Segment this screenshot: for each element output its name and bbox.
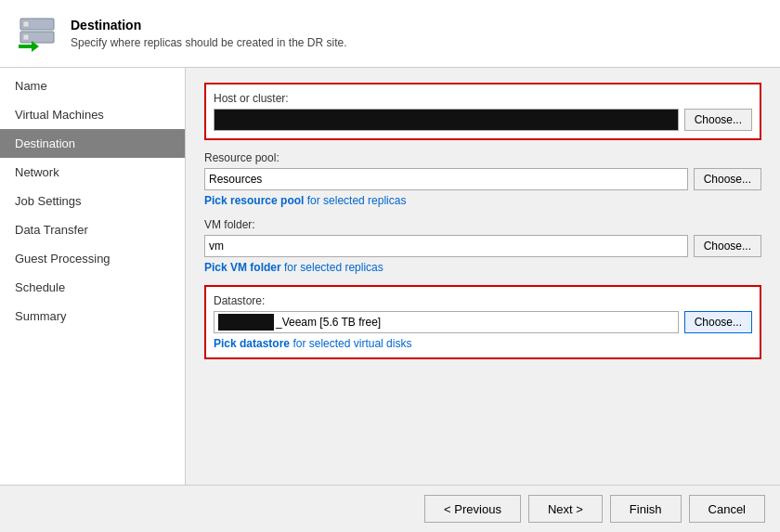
- main-content: Host or cluster: Choose... Resource pool…: [186, 68, 780, 485]
- sidebar-item-virtual-machines[interactable]: Virtual Machines: [0, 100, 185, 129]
- sidebar-item-data-transfer[interactable]: Data Transfer: [0, 215, 185, 244]
- footer: < Previous Next > Finish Cancel: [0, 485, 780, 532]
- host-input-row: Choose...: [214, 109, 752, 131]
- host-choose-button[interactable]: Choose...: [684, 109, 752, 131]
- sidebar-item-destination[interactable]: Destination: [0, 129, 185, 158]
- header-title: Destination: [71, 18, 347, 32]
- host-section-bordered: Host or cluster: Choose...: [204, 83, 761, 140]
- svg-rect-3: [23, 34, 29, 40]
- resource-pool-input[interactable]: [204, 168, 688, 190]
- datastore-input-row: _Veeam [5.6 TB free] Choose...: [214, 311, 752, 333]
- content-area: Name Virtual Machines Destination Networ…: [0, 68, 780, 485]
- vm-folder-input[interactable]: [204, 235, 688, 257]
- destination-icon: [15, 11, 59, 56]
- vm-folder-choose-button[interactable]: Choose...: [694, 235, 761, 257]
- resource-pool-section: Resource pool: Choose... Pick resource p…: [204, 151, 761, 207]
- sidebar: Name Virtual Machines Destination Networ…: [0, 68, 186, 485]
- previous-button[interactable]: < Previous: [424, 495, 521, 523]
- dialog-window: Destination Specify where replicas shoul…: [0, 0, 780, 532]
- vm-folder-label: VM folder:: [204, 218, 761, 231]
- sidebar-item-name[interactable]: Name: [0, 71, 185, 100]
- resource-pool-choose-button[interactable]: Choose...: [694, 168, 761, 190]
- vm-folder-input-row: Choose...: [204, 235, 761, 257]
- datastore-value-suffix: _Veeam [5.6 TB free]: [276, 316, 381, 329]
- sidebar-item-schedule[interactable]: Schedule: [0, 273, 185, 302]
- sidebar-item-job-settings[interactable]: Job Settings: [0, 187, 185, 215]
- datastore-redacted-part: [218, 314, 274, 331]
- resource-pool-label: Resource pool:: [204, 151, 761, 164]
- datastore-display: _Veeam [5.6 TB free]: [214, 311, 679, 333]
- sidebar-item-network[interactable]: Network: [0, 158, 185, 187]
- host-label: Host or cluster:: [214, 92, 752, 105]
- cancel-button[interactable]: Cancel: [689, 495, 765, 523]
- svg-rect-2: [23, 21, 29, 27]
- vm-folder-link[interactable]: Pick VM folder for selected replicas: [204, 261, 761, 274]
- host-input[interactable]: [214, 109, 679, 131]
- header-section: Destination Specify where replicas shoul…: [0, 0, 780, 68]
- next-button[interactable]: Next >: [528, 495, 603, 523]
- sidebar-item-summary[interactable]: Summary: [0, 302, 185, 331]
- datastore-choose-button[interactable]: Choose...: [684, 311, 752, 333]
- finish-button[interactable]: Finish: [610, 495, 682, 523]
- datastore-section-bordered: Datastore: _Veeam [5.6 TB free] Choose..…: [204, 285, 761, 359]
- header-subtitle: Specify where replicas should be created…: [71, 36, 347, 49]
- resource-pool-link[interactable]: Pick resource pool for selected replicas: [204, 194, 761, 207]
- sidebar-item-guest-processing[interactable]: Guest Processing: [0, 244, 185, 273]
- datastore-link[interactable]: Pick datastore for selected virtual disk…: [214, 337, 752, 350]
- header-text: Destination Specify where replicas shoul…: [71, 18, 347, 49]
- resource-pool-input-row: Choose...: [204, 168, 761, 190]
- datastore-label: Datastore:: [214, 294, 752, 307]
- vm-folder-section: VM folder: Choose... Pick VM folder for …: [204, 218, 761, 274]
